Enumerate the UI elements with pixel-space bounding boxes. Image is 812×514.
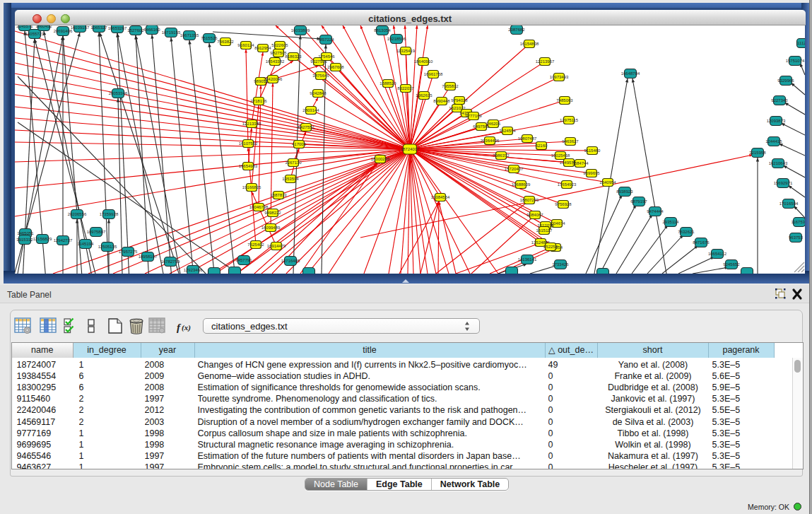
svg-text:10719155: 10719155 <box>162 30 181 35</box>
svg-text:1353594: 1353594 <box>282 177 299 181</box>
svg-text:16648784: 16648784 <box>621 71 640 76</box>
svg-text:252254: 252254 <box>543 245 558 249</box>
svg-text:1065327: 1065327 <box>90 25 107 30</box>
svg-text:10671355: 10671355 <box>180 33 199 37</box>
svg-text:14136141: 14136141 <box>518 257 537 262</box>
svg-text:16210643: 16210643 <box>769 161 788 165</box>
svg-text:7663822: 7663822 <box>217 40 234 44</box>
svg-text:17654923: 17654923 <box>558 182 577 187</box>
svg-text:19654983: 19654983 <box>239 164 258 168</box>
svg-text:16961758: 16961758 <box>424 72 443 76</box>
svg-text:16914479: 16914479 <box>267 244 286 248</box>
svg-text:8322037: 8322037 <box>397 86 414 90</box>
svg-text:7625402: 7625402 <box>247 243 264 247</box>
svg-text:7955812: 7955812 <box>442 84 459 88</box>
svg-text:14055721: 14055721 <box>25 32 45 36</box>
svg-text:10973493: 10973493 <box>550 75 569 79</box>
svg-text:19166825: 19166825 <box>242 185 261 189</box>
svg-text:15751074: 15751074 <box>786 59 805 63</box>
svg-text:7584744: 7584744 <box>572 161 589 165</box>
svg-text:2803144: 2803144 <box>302 108 319 112</box>
svg-text:417006: 417006 <box>292 142 307 146</box>
svg-text:1640954: 1640954 <box>599 180 616 185</box>
svg-text:8471676: 8471676 <box>693 240 710 245</box>
svg-text:12505135: 12505135 <box>98 245 117 249</box>
svg-text:17957275: 17957275 <box>119 250 138 254</box>
svg-text:20364436: 20364436 <box>481 139 500 143</box>
svg-text:18300295: 18300295 <box>371 157 390 161</box>
svg-text:17359928: 17359928 <box>100 212 119 216</box>
svg-text:19384554: 19384554 <box>431 195 450 199</box>
svg-text:13716485: 13716485 <box>281 259 300 263</box>
svg-text:8938923: 8938923 <box>616 189 633 194</box>
svg-text:7485063: 7485063 <box>556 98 573 103</box>
svg-text:7632621: 7632621 <box>678 230 695 234</box>
svg-text:15692971: 15692971 <box>774 181 793 185</box>
svg-text:12213389: 12213389 <box>242 122 261 126</box>
svg-text:963753: 963753 <box>789 235 804 240</box>
svg-text:12156829: 12156829 <box>33 237 52 241</box>
svg-text:12975115: 12975115 <box>560 118 579 122</box>
svg-text:8990448: 8990448 <box>433 99 450 103</box>
svg-text:746206: 746206 <box>486 122 501 126</box>
svg-text:9498222: 9498222 <box>264 211 281 215</box>
svg-text:10975887: 10975887 <box>87 230 106 234</box>
svg-text:12923466: 12923466 <box>184 268 203 272</box>
svg-text:8912954: 8912954 <box>254 46 271 50</box>
svg-text:1527602: 1527602 <box>127 28 144 33</box>
svg-text:15720407: 15720407 <box>505 167 524 171</box>
svg-text:10653267: 10653267 <box>108 26 127 30</box>
svg-text:9457791: 9457791 <box>235 258 252 262</box>
svg-text:1615117: 1615117 <box>536 228 553 233</box>
svg-text:9699695: 9699695 <box>583 171 600 175</box>
svg-text:3915312: 3915312 <box>16 238 33 242</box>
svg-text:16543382: 16543382 <box>266 59 285 64</box>
svg-text:3215958: 3215958 <box>749 151 766 155</box>
svg-text:1754546: 1754546 <box>318 54 335 59</box>
svg-text:9756928: 9756928 <box>555 202 572 206</box>
svg-text:8813054: 8813054 <box>374 28 391 33</box>
svg-text:2967608: 2967608 <box>327 65 344 69</box>
svg-text:9794028: 9794028 <box>451 98 468 103</box>
svg-text:10807487: 10807487 <box>518 136 537 141</box>
svg-text:23420046: 23420046 <box>264 77 283 81</box>
svg-text:62160: 62160 <box>536 144 548 148</box>
svg-text:12213967: 12213967 <box>536 59 555 64</box>
svg-text:9474444: 9474444 <box>647 209 664 214</box>
svg-text:9115460: 9115460 <box>584 148 601 153</box>
svg-text:16033809: 16033809 <box>291 28 310 33</box>
svg-text:12093873: 12093873 <box>767 119 786 123</box>
svg-text:8186323: 8186323 <box>285 54 302 59</box>
svg-text:20206556: 20206556 <box>68 212 87 216</box>
svg-text:17016504: 17016504 <box>779 201 799 206</box>
svg-text:7986372: 7986372 <box>493 153 510 158</box>
svg-text:16154808: 16154808 <box>520 42 539 46</box>
svg-text:18807249: 18807249 <box>520 198 539 202</box>
svg-text:3624554: 3624554 <box>499 129 516 133</box>
svg-text:9160124: 9160124 <box>237 43 254 47</box>
svg-text:9084067: 9084067 <box>526 213 543 217</box>
svg-text:6879197: 6879197 <box>630 199 647 204</box>
svg-text:(x): (x) <box>182 323 191 332</box>
svg-text:16107552: 16107552 <box>239 141 258 146</box>
svg-text:10046738: 10046738 <box>249 205 269 209</box>
svg-text:3267130: 3267130 <box>285 160 302 165</box>
svg-text:18724007: 18724007 <box>401 147 420 151</box>
svg-text:11325419: 11325419 <box>396 49 416 53</box>
svg-text:9463627: 9463627 <box>562 139 579 144</box>
svg-text:16782759: 16782759 <box>161 259 180 264</box>
svg-text:1588520: 1588520 <box>379 81 396 86</box>
svg-text:2935114: 2935114 <box>663 220 680 224</box>
svg-text:1587833: 1587833 <box>270 193 287 197</box>
svg-text:2718176: 2718176 <box>250 99 267 103</box>
svg-text:10688609: 10688609 <box>512 182 531 187</box>
svg-text:2145571: 2145571 <box>16 25 33 28</box>
svg-text:7515526: 7515526 <box>201 36 218 40</box>
svg-text:1244415: 1244415 <box>765 139 782 144</box>
svg-text:16039157: 16039157 <box>71 25 90 30</box>
svg-text:20053346: 20053346 <box>109 91 128 95</box>
svg-text:16099489: 16099489 <box>261 226 281 230</box>
svg-text:1362615: 1362615 <box>416 93 433 98</box>
svg-text:9227343: 9227343 <box>771 98 788 103</box>
svg-text:9245652: 9245652 <box>723 262 740 267</box>
